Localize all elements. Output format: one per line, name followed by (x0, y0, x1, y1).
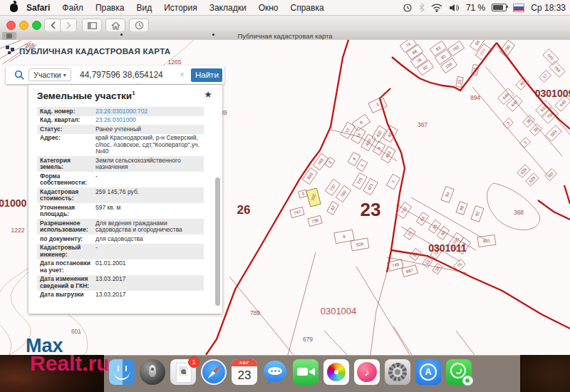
close-window-button[interactable] (6, 21, 16, 30)
parcel[interactable]: 671 (363, 178, 378, 195)
parcel[interactable]: 55 (410, 248, 421, 260)
parcel[interactable]: 642 (507, 96, 523, 112)
time-machine-icon[interactable] (403, 3, 413, 13)
panel-scrollbar[interactable] (215, 177, 220, 306)
forward-button[interactable] (60, 19, 77, 32)
bluetooth-icon[interactable] (419, 3, 425, 12)
parcel[interactable]: 430 (361, 134, 375, 150)
calendar-icon[interactable]: АВГ23 (232, 359, 257, 385)
parcel[interactable]: 99 (456, 202, 467, 215)
apple-menu-icon[interactable] (10, 4, 18, 12)
dock: 1 АВГ23 ♪ A (104, 355, 520, 392)
battery-icon[interactable] (492, 4, 507, 11)
photos-icon[interactable] (323, 359, 349, 385)
sidebar-toggle-button[interactable] (82, 19, 102, 32)
svg-text:430: 430 (365, 138, 373, 147)
menu-item-2[interactable]: Правка (95, 3, 125, 13)
history-button[interactable] (129, 19, 149, 32)
parcel[interactable]: 775 (353, 172, 367, 189)
parcel[interactable]: 60 (545, 169, 557, 181)
detail-row: Кадастровая стоимость:259 145,76 руб. (37, 187, 204, 203)
menu-item-1[interactable]: Файл (62, 3, 83, 13)
parcel[interactable]: 777 (475, 43, 490, 60)
detail-value-link[interactable]: 23:26:0301000:702 (95, 108, 201, 115)
parcel[interactable]: 782 (447, 41, 464, 56)
find-button[interactable]: Найти (191, 68, 222, 82)
menu-item-6[interactable]: Окно (259, 3, 279, 13)
pinned-tab[interactable] (2, 32, 16, 40)
parcel[interactable]: 583 (546, 125, 562, 142)
search-category-select[interactable]: Участки▾ (28, 68, 71, 81)
finder-icon[interactable] (109, 359, 135, 385)
detail-value: 01.01.2001 (95, 260, 201, 274)
mail-icon[interactable]: 1 (170, 359, 196, 385)
volume-icon[interactable] (449, 4, 460, 12)
tab-title[interactable]: Публичная кадастровая карта (237, 32, 332, 40)
app-store-icon[interactable]: A (415, 359, 441, 385)
menu-item-5[interactable]: Закладки (209, 3, 247, 13)
menu-item-4[interactable]: История (164, 3, 197, 13)
parcel[interactable]: 6 (334, 229, 354, 243)
parcel[interactable]: 737 (325, 179, 340, 195)
area-label: 601 (71, 328, 81, 335)
parcel[interactable]: 3 (325, 158, 335, 168)
parcel[interactable]: 64 (416, 212, 428, 226)
area-label: 679 (303, 336, 313, 343)
parcel[interactable]: 3 (503, 118, 514, 129)
parcel[interactable]: 790 (499, 40, 514, 56)
parcel[interactable]: 34 (432, 264, 442, 274)
home-button[interactable] (105, 19, 125, 32)
parcel[interactable]: 828 (517, 165, 530, 177)
itunes-icon[interactable]: ♪ (354, 359, 380, 385)
parcel[interactable]: 17 (539, 71, 551, 83)
minimize-window-button[interactable] (19, 21, 28, 30)
svg-text:6: 6 (343, 234, 346, 239)
keyboard-layout-flag-icon[interactable] (513, 4, 524, 12)
messages-icon[interactable] (262, 359, 288, 385)
whatsapp-icon[interactable] (446, 359, 472, 385)
facetime-icon[interactable] (293, 359, 318, 385)
parcel[interactable]: 7 (386, 174, 400, 190)
parcel[interactable]: 94 (441, 187, 454, 203)
detail-value: Ранее учтенный (95, 126, 201, 133)
search-input[interactable] (78, 69, 180, 81)
parcel[interactable]: 667 (402, 265, 418, 277)
parcel[interactable]: 432 (372, 125, 386, 142)
parcel[interactable]: 1 (356, 159, 368, 171)
wifi-icon[interactable] (431, 4, 442, 12)
detail-label: Кад. квартал: (40, 117, 91, 124)
zoom-window-button[interactable] (32, 21, 41, 30)
detail-label: Разрешенное использование: (40, 220, 91, 234)
parcel[interactable]: 529 (351, 238, 369, 251)
parcel[interactable]: 16 (428, 220, 440, 234)
parcel[interactable]: 747 (290, 207, 304, 217)
parcel[interactable]: 829 (526, 173, 539, 186)
pinned-tab-favicon (6, 33, 12, 38)
clear-search-icon[interactable]: × (180, 70, 190, 80)
parcel[interactable]: 760 (336, 185, 351, 202)
parcel[interactable]: 736 (308, 215, 322, 226)
favorite-star-icon[interactable]: ★ (204, 89, 212, 100)
detail-value-link[interactable]: 23:26:0301000 (95, 117, 201, 124)
parcel[interactable]: 92 (471, 206, 484, 222)
parcel[interactable]: 8 (352, 114, 370, 130)
parcel[interactable]: 801 (477, 234, 496, 247)
parcel[interactable]: 4 (373, 141, 385, 155)
parcel[interactable]: 25 (456, 76, 463, 87)
back-button[interactable] (44, 19, 61, 32)
parcel[interactable]: 1 (520, 138, 531, 148)
menu-item-3[interactable]: Вид (136, 3, 152, 13)
parcel[interactable]: 42 (327, 202, 339, 215)
menu-item-0[interactable]: Safari (26, 3, 50, 13)
highlighted-parcel[interactable]: 702 (306, 188, 321, 207)
search-icon[interactable] (14, 70, 25, 83)
parcel[interactable]: 63 (430, 41, 446, 56)
launchpad-icon[interactable] (140, 359, 165, 385)
safari-icon[interactable] (201, 359, 227, 385)
svg-text:66: 66 (412, 48, 418, 55)
menu-item-7[interactable]: Справка (291, 3, 324, 13)
menu-clock[interactable]: Ср 18:33 (531, 3, 566, 13)
system-preferences-icon[interactable] (385, 359, 410, 385)
parcel[interactable]: 100 (440, 58, 457, 73)
parcel[interactable]: 98 (437, 227, 449, 240)
